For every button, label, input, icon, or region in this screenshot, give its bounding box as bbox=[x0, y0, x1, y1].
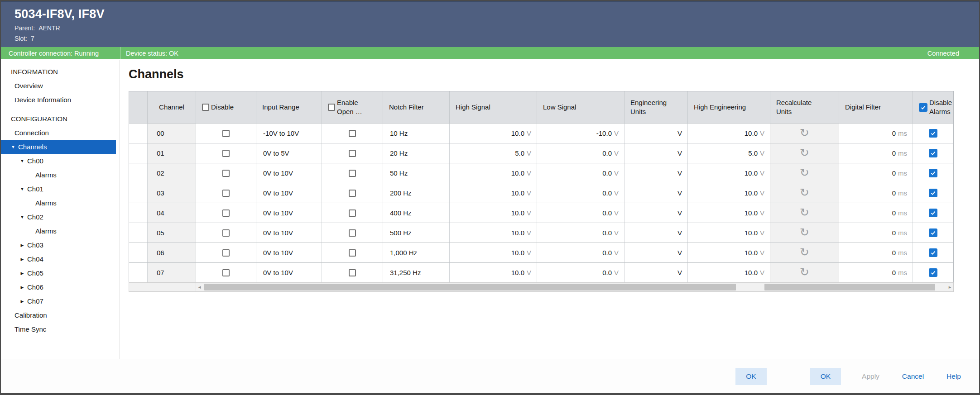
disable-checkbox[interactable] bbox=[222, 249, 230, 257]
chevron-right-icon[interactable]: ▶ bbox=[17, 299, 27, 304]
scroll-right-arrow-icon[interactable]: ▸ bbox=[946, 285, 953, 290]
disable_alarms-header-checkbox[interactable] bbox=[919, 103, 927, 112]
high-engineering-value[interactable]: 10.0 bbox=[745, 229, 758, 237]
refresh-arrow-icon[interactable]: ↻ bbox=[800, 187, 809, 198]
high-engineering-cell[interactable]: 10.0V bbox=[688, 243, 770, 262]
sidebar-item-ch03[interactable]: ▶Ch03 bbox=[1, 238, 116, 252]
chevron-right-icon[interactable]: ▶ bbox=[17, 271, 27, 276]
high-signal-value[interactable]: 10.0 bbox=[511, 129, 524, 137]
high-signal-cell[interactable]: 5.0V bbox=[450, 143, 537, 163]
recalculate-units-cell[interactable]: ↻ bbox=[770, 223, 839, 243]
digital-filter-cell[interactable]: 0ms bbox=[839, 203, 913, 223]
low-signal-cell[interactable]: 0.0V bbox=[537, 163, 625, 183]
digital-filter-value[interactable]: 0 bbox=[892, 229, 896, 237]
col-header-recalculate_units[interactable]: RecalculateUnits bbox=[770, 91, 839, 123]
high-engineering-cell[interactable]: 10.0V bbox=[688, 163, 770, 183]
input-range-cell[interactable]: 0V to 10V bbox=[256, 163, 322, 183]
refresh-arrow-icon[interactable]: ↻ bbox=[800, 207, 809, 218]
high-engineering-value[interactable]: 10.0 bbox=[745, 249, 758, 257]
high-engineering-value[interactable]: 10.0 bbox=[745, 269, 758, 276]
high-signal-cell[interactable]: 10.0V bbox=[450, 203, 537, 223]
low-signal-value[interactable]: 0.0 bbox=[602, 209, 612, 217]
digital-filter-value[interactable]: 0 bbox=[892, 209, 896, 217]
high-engineering-cell[interactable]: 10.0V bbox=[688, 223, 770, 243]
digital-filter-cell[interactable]: 0ms bbox=[839, 223, 913, 243]
disable-alarms-checkbox[interactable] bbox=[929, 228, 937, 237]
scrollbar-track[interactable] bbox=[203, 283, 946, 291]
scroll-left-arrow-icon[interactable]: ◂ bbox=[196, 285, 203, 290]
row-selector[interactable] bbox=[129, 143, 148, 163]
disable-checkbox[interactable] bbox=[222, 130, 230, 137]
col-header-channel[interactable]: Channel bbox=[148, 91, 196, 123]
sidebar-item-time-sync[interactable]: Time Sync bbox=[1, 322, 116, 336]
sidebar-item-ch04[interactable]: ▶Ch04 bbox=[1, 252, 116, 266]
notch-filter-cell[interactable]: 20 Hz bbox=[383, 143, 450, 163]
row-selector[interactable] bbox=[129, 124, 148, 143]
engineering-units-cell[interactable]: V bbox=[625, 243, 688, 262]
enable-open-checkbox[interactable] bbox=[349, 150, 356, 157]
recalculate-units-cell[interactable]: ↻ bbox=[770, 183, 839, 203]
notch-filter-cell[interactable]: 31,250 Hz bbox=[383, 263, 450, 282]
refresh-arrow-icon[interactable]: ↻ bbox=[800, 147, 809, 158]
recalculate-units-cell[interactable]: ↻ bbox=[770, 263, 839, 282]
high-engineering-cell[interactable]: 10.0V bbox=[688, 263, 770, 282]
sidebar-item-ch07[interactable]: ▶Ch07 bbox=[1, 294, 116, 308]
chevron-right-icon[interactable]: ▶ bbox=[17, 243, 27, 247]
notch-filter-cell[interactable]: 400 Hz bbox=[383, 203, 450, 223]
digital-filter-cell[interactable]: 0ms bbox=[839, 143, 913, 163]
sidebar-item-alarms[interactable]: Alarms bbox=[1, 196, 116, 210]
col-header-engineering_units[interactable]: EngineeringUnits bbox=[625, 91, 688, 123]
high-signal-value[interactable]: 10.0 bbox=[511, 209, 524, 217]
col-header-disable[interactable]: Disable bbox=[196, 91, 256, 123]
col-header-digital_filter[interactable]: Digital Filter bbox=[839, 91, 913, 123]
notch-filter-cell[interactable]: 50 Hz bbox=[383, 163, 450, 183]
high-signal-cell[interactable]: 10.0V bbox=[450, 243, 537, 262]
col-header-notch_filter[interactable]: Notch Filter bbox=[383, 91, 450, 123]
engineering-units-cell[interactable]: V bbox=[625, 183, 688, 203]
input-range-cell[interactable]: 0V to 10V bbox=[256, 183, 322, 203]
refresh-arrow-icon[interactable]: ↻ bbox=[800, 227, 809, 238]
enable-open-checkbox[interactable] bbox=[349, 229, 356, 237]
sidebar-item-device-information[interactable]: Device Information bbox=[1, 93, 116, 107]
digital-filter-cell[interactable]: 0ms bbox=[839, 124, 913, 143]
notch-filter-cell[interactable]: 10 Hz bbox=[383, 124, 450, 143]
high-signal-value[interactable]: 10.0 bbox=[511, 269, 524, 276]
notch-filter-cell[interactable]: 1,000 Hz bbox=[383, 243, 450, 262]
sidebar-item-ch02[interactable]: ▼Ch02 bbox=[1, 210, 116, 224]
input-range-cell[interactable]: 0V to 10V bbox=[256, 263, 322, 282]
high-signal-value[interactable]: 10.0 bbox=[511, 169, 524, 177]
low-signal-cell[interactable]: 0.0V bbox=[537, 223, 625, 243]
high-signal-cell[interactable]: 10.0V bbox=[450, 124, 537, 143]
low-signal-cell[interactable]: 0.0V bbox=[537, 263, 625, 282]
row-selector[interactable] bbox=[129, 183, 148, 203]
engineering-units-cell[interactable]: V bbox=[625, 143, 688, 163]
digital-filter-value[interactable]: 0 bbox=[892, 169, 896, 177]
sidebar-item-calibration[interactable]: Calibration bbox=[1, 308, 116, 322]
low-signal-cell[interactable]: -10.0V bbox=[537, 124, 625, 143]
disable-checkbox[interactable] bbox=[222, 229, 230, 237]
low-signal-cell[interactable]: 0.0V bbox=[537, 143, 625, 163]
col-header-enable_open[interactable]: EnableOpen … bbox=[322, 91, 383, 123]
row-selector[interactable] bbox=[129, 163, 148, 183]
high-engineering-value[interactable]: 10.0 bbox=[745, 169, 758, 177]
high-engineering-value[interactable]: 10.0 bbox=[745, 129, 758, 137]
high-signal-value[interactable]: 5.0 bbox=[515, 149, 524, 157]
notch-filter-cell[interactable]: 200 Hz bbox=[383, 183, 450, 203]
refresh-arrow-icon[interactable]: ↻ bbox=[800, 167, 809, 178]
disable-alarms-checkbox[interactable] bbox=[929, 169, 937, 177]
col-header-low_signal[interactable]: Low Signal bbox=[537, 91, 625, 123]
disable-header-checkbox[interactable] bbox=[202, 104, 209, 111]
high-engineering-value[interactable]: 10.0 bbox=[745, 189, 758, 197]
disable-checkbox[interactable] bbox=[222, 190, 230, 197]
col-header-high_signal[interactable]: High Signal bbox=[450, 91, 537, 123]
high-engineering-cell[interactable]: 5.0V bbox=[688, 143, 770, 163]
notch-filter-cell[interactable]: 500 Hz bbox=[383, 223, 450, 243]
col-header-high_engineering[interactable]: High Engineering bbox=[688, 91, 770, 123]
sidebar-item-overview[interactable]: Overview bbox=[1, 79, 116, 93]
scrollbar-thumb-secondary[interactable] bbox=[764, 284, 936, 290]
low-signal-cell[interactable]: 0.0V bbox=[537, 243, 625, 262]
col-header-input_range[interactable]: Input Range bbox=[256, 91, 322, 123]
enable-open-checkbox[interactable] bbox=[349, 130, 356, 137]
chevron-down-icon[interactable]: ▼ bbox=[8, 145, 18, 149]
row-selector[interactable] bbox=[129, 263, 148, 282]
